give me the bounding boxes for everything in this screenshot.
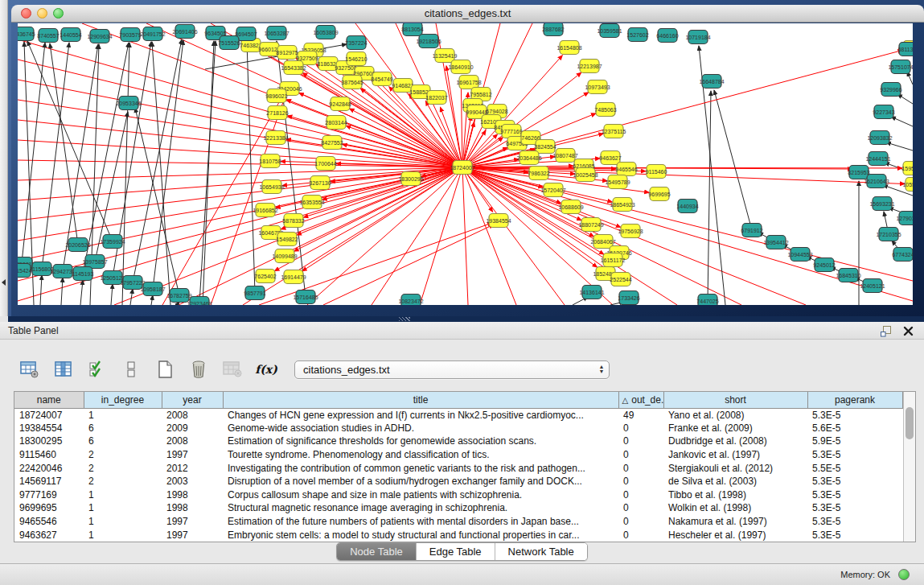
graph-node[interactable]: 18300295 [398, 172, 423, 186]
table-cell[interactable]: 2 [84, 448, 162, 462]
import-table-button[interactable] [220, 357, 244, 381]
table-cell[interactable]: 2008 [162, 408, 223, 422]
table-cell[interactable]: 5.9E-5 [807, 435, 902, 448]
close-window-button[interactable] [21, 8, 31, 19]
column-header-title[interactable]: title [223, 392, 618, 408]
panel-splitter[interactable] [0, 316, 924, 322]
zoom-window-button[interactable] [53, 8, 64, 19]
column-header-out-de-[interactable]: △out_de... [618, 392, 663, 408]
table-cell[interactable]: 1998 [162, 488, 223, 502]
network-canvas[interactable]: 1872400774638229660128891297515226058932… [18, 23, 913, 305]
table-cell[interactable]: 1 [84, 528, 162, 542]
column-header-pagerank[interactable]: pagerank [807, 392, 902, 408]
table-cell[interactable]: 5.3E-5 [807, 448, 902, 462]
graph-node[interactable]: 1549822 [276, 233, 298, 246]
table-cell[interactable]: 2 [84, 475, 162, 488]
graph-node[interactable]: 20364486 [516, 151, 541, 165]
table-cell[interactable]: 5.6E-5 [807, 422, 902, 435]
graph-node[interactable]: 2522544 [610, 273, 631, 286]
column-header-in-degree[interactable]: in_degree [84, 392, 162, 408]
table-cell[interactable]: 9699695 [14, 501, 84, 515]
graph-node[interactable]: 16845310 [836, 269, 860, 282]
table-cell[interactable]: 9777169 [14, 488, 84, 502]
table-cell[interactable]: 0 [618, 488, 663, 502]
row-options-button[interactable] [119, 357, 143, 381]
graph-node[interactable]: 16151172 [601, 253, 626, 267]
graph-node[interactable]: 17359924 [100, 235, 125, 249]
graph-node[interactable]: 10688609 [558, 200, 583, 214]
graph-node[interactable]: 12093832 [867, 131, 892, 145]
graph-node[interactable]: 9436745 [18, 27, 35, 41]
graph-node[interactable]: 19756928 [618, 225, 643, 238]
graph-node[interactable]: 1810758 [259, 154, 281, 168]
graph-node[interactable]: 10654938 [259, 180, 284, 194]
show-column-button[interactable] [51, 357, 76, 381]
column-header-short[interactable]: short [663, 392, 807, 408]
graph-node[interactable]: 9857791 [244, 286, 265, 300]
graph-node[interactable]: 10653287 [264, 27, 289, 40]
table-cell[interactable]: 18724007 [14, 408, 84, 422]
table-cell[interactable]: Hescheler et al. (1997) [663, 528, 807, 542]
graph-node[interactable]: 9699695 [648, 187, 670, 201]
graph-node[interactable]: 16353554 [299, 196, 324, 209]
graph-node[interactable]: 9245012 [813, 258, 835, 272]
table-cell[interactable]: de Silva et al. (2003) [663, 475, 807, 488]
graph-node[interactable]: 9115460 [646, 165, 667, 179]
graph-node[interactable]: 7447025 [696, 295, 718, 306]
graph-node[interactable]: 18807249 [578, 218, 603, 232]
table-cell[interactable]: Corpus callosum shape and size in male p… [223, 488, 618, 502]
graph-node[interactable]: 12444151 [865, 152, 890, 166]
graph-node[interactable]: 12375115 [602, 125, 626, 138]
table-cell[interactable]: 6 [84, 435, 162, 448]
graph-node[interactable]: 2803144 [325, 116, 347, 130]
table-cell[interactable]: 1 [84, 501, 162, 515]
graph-node[interactable]: 8427552 [321, 136, 343, 150]
graph-node[interactable]: 13954412 [763, 236, 788, 249]
graph-node[interactable]: 1546210 [345, 52, 367, 66]
graph-node[interactable]: 12405121 [860, 279, 885, 293]
delete-column-button[interactable] [187, 357, 211, 381]
graph-node[interactable]: 12909634 [87, 30, 112, 43]
graph-node[interactable]: 9465546 [615, 163, 637, 176]
table-cell[interactable]: 0 [618, 461, 663, 475]
table-cell[interactable]: 5.3E-5 [807, 528, 902, 542]
graph-node[interactable]: 15720407 [540, 183, 565, 197]
table-cell[interactable]: 9465546 [14, 515, 84, 529]
graph-node[interactable]: 16543382 [281, 61, 306, 75]
table-cell[interactable]: Embryonic stem cells: a model to study s… [223, 528, 618, 542]
graph-node[interactable]: 16154808 [556, 41, 581, 55]
table-cell[interactable]: 1998 [162, 501, 223, 515]
graph-node[interactable]: 10719184 [685, 31, 710, 44]
graph-node[interactable]: 15495789 [605, 175, 630, 189]
tab-node-table[interactable]: Node Table [337, 543, 416, 560]
table-cell[interactable]: 5.3E-5 [807, 501, 902, 515]
table-cell[interactable]: 0 [618, 435, 663, 448]
graph-node[interactable]: 16053809 [313, 26, 338, 39]
column-header-year[interactable]: year [162, 392, 223, 408]
graph-node[interactable]: 7625402 [254, 270, 276, 283]
tab-edge-table[interactable]: Edge Table [416, 543, 495, 560]
graph-node[interactable]: 20206526 [65, 238, 90, 252]
graph-node[interactable]: 1700644 [314, 157, 336, 171]
table-cell[interactable]: Tibbo et al. (1998) [663, 488, 807, 502]
graph-node[interactable]: 1145193 [72, 267, 94, 281]
table-cell[interactable]: Tourette syndrome. Phenomenology and cla… [223, 448, 618, 462]
graph-node[interactable]: 14136141 [579, 286, 604, 299]
graph-node[interactable]: 10823472 [398, 295, 423, 306]
graph-node[interactable]: 19384554 [486, 214, 511, 228]
graph-node[interactable]: 10958187 [140, 282, 165, 296]
table-cell[interactable]: Yano et al. (2008) [663, 408, 807, 422]
graph-node[interactable]: 7986322 [528, 167, 549, 180]
graph-node[interactable]: 15751074 [888, 60, 913, 74]
collapse-arrow-icon[interactable] [2, 279, 6, 286]
splitter-grip[interactable] [399, 317, 410, 321]
graph-node[interactable]: 7485063 [594, 103, 616, 117]
graph-node[interactable]: 18654923 [610, 198, 634, 212]
graph-node[interactable]: 7515526 [218, 36, 240, 50]
graph-node[interactable]: 12923468 [187, 297, 211, 306]
table-cell[interactable]: 22420046 [14, 461, 84, 475]
graph-node[interactable]: 5878332 [282, 214, 304, 228]
table-cell[interactable]: 5.5E-5 [807, 461, 902, 475]
table-cell[interactable]: 1997 [162, 515, 223, 529]
graph-node[interactable]: 9329966 [880, 83, 901, 97]
